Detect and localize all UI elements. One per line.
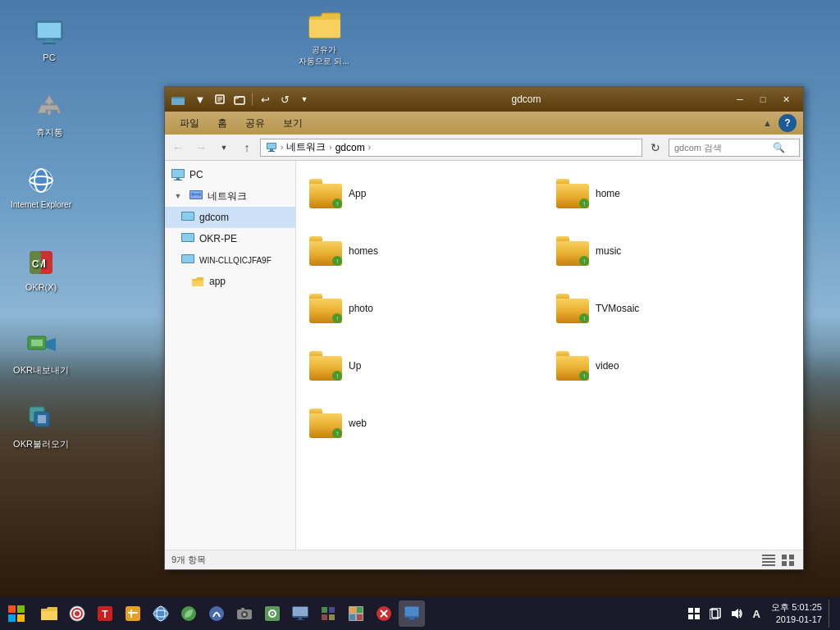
shared-label: 공유가 자동으로 되...: [299, 44, 349, 67]
forward-button[interactable]: →: [191, 138, 211, 158]
file-item-music[interactable]: ↑ music: [550, 225, 797, 277]
desktop-icon-ie[interactable]: Internet Explorer: [8, 164, 74, 209]
file-name-app: App: [349, 188, 366, 199]
view-large-icons-button[interactable]: [780, 553, 797, 568]
svg-rect-50: [782, 561, 787, 566]
ribbon-toggle[interactable]: ▲: [763, 118, 772, 128]
desktop-icon-recycle[interactable]: 휴지통: [16, 90, 82, 139]
menu-home[interactable]: 홈: [209, 113, 235, 134]
sidebar-okr-pe-label: OKR-PE: [199, 233, 237, 244]
desktop-icon-okr[interactable]: M C OKR(X): [8, 246, 74, 292]
maximize-button[interactable]: □: [752, 91, 774, 107]
taskbar-clock[interactable]: 오후 5:01:25 2019-01-17: [771, 601, 822, 627]
taskbar-network-active[interactable]: [399, 600, 425, 627]
taskbar-settings-icon: [264, 605, 281, 622]
svg-rect-27: [270, 149, 273, 151]
file-item-home[interactable]: ↑ home: [550, 167, 797, 220]
file-item-up[interactable]: ↑ Up: [303, 340, 550, 392]
taskbar-monitor-app[interactable]: [287, 600, 313, 627]
qt-btn-undo[interactable]: ↩: [256, 90, 274, 108]
taskbar-red-app[interactable]: T: [92, 600, 118, 627]
desktop-icon-okr-send[interactable]: OKR내보내기: [8, 328, 74, 377]
up-button[interactable]: ↑: [237, 138, 257, 158]
svg-rect-3: [43, 43, 56, 44]
address-path[interactable]: › 네트워크 › gdcom ›: [260, 139, 642, 157]
taskbar-green-app[interactable]: [176, 600, 202, 627]
view-details-button[interactable]: [760, 553, 777, 568]
minimize-button[interactable]: ─: [729, 91, 751, 107]
search-input[interactable]: [674, 143, 773, 153]
qt-btn-newfolder[interactable]: [231, 90, 249, 108]
close-button[interactable]: ✕: [775, 91, 797, 107]
taskbar-orange-icon: [125, 605, 141, 622]
help-button[interactable]: ?: [778, 114, 797, 132]
file-name-home: home: [596, 188, 620, 199]
tray-language-label: A: [753, 608, 760, 620]
taskbar-camera-app[interactable]: [231, 600, 258, 627]
tray-language-button[interactable]: A: [748, 600, 765, 627]
qt-btn-dropdown[interactable]: ▼: [295, 90, 313, 108]
svg-rect-28: [268, 151, 275, 152]
taskbar-red-icon: T: [97, 605, 113, 622]
tray-icons: A: [684, 600, 765, 627]
folder-icon-app: ↑: [309, 179, 342, 208]
sidebar-okr-pe-icon: [181, 232, 194, 245]
sidebar-item-app[interactable]: app: [165, 271, 295, 292]
status-bar: 9개 항목: [165, 550, 803, 569]
file-item-tvmosaic[interactable]: ↑ TVMosaic: [550, 282, 797, 335]
menu-view[interactable]: 보기: [275, 113, 311, 134]
svg-rect-2: [46, 39, 52, 43]
svg-text:T: T: [102, 609, 108, 620]
sidebar-item-pc[interactable]: PC: [165, 164, 295, 185]
taskbar-file-explorer[interactable]: [36, 600, 62, 627]
show-desktop-button[interactable]: [829, 600, 833, 628]
file-item-web[interactable]: ↑ web: [303, 397, 550, 450]
qt-btn-1[interactable]: ▼: [191, 90, 209, 108]
taskbar-close-app[interactable]: [371, 600, 397, 627]
sidebar-item-network[interactable]: ▼ 네트워크: [165, 185, 295, 207]
sidebar-app-icon: [191, 275, 204, 288]
svg-point-35: [191, 193, 194, 196]
taskbar-globe-app[interactable]: [148, 600, 174, 627]
recent-locations-button[interactable]: ▼: [214, 138, 234, 158]
title-controls: ─ □ ✕: [729, 91, 797, 107]
tray-windows-button[interactable]: [684, 600, 704, 627]
file-item-app[interactable]: ↑ App: [303, 167, 550, 220]
file-item-video[interactable]: ↑ video: [550, 340, 797, 392]
taskbar-orange-app[interactable]: [120, 600, 146, 627]
taskbar-items: T: [33, 597, 678, 630]
tray-squares-icon: [688, 608, 700, 619]
taskbar-blue-app[interactable]: [203, 600, 230, 627]
file-item-photo[interactable]: ↑ photo: [303, 282, 550, 335]
desktop-icon-shared[interactable]: 공유가 자동으로 되...: [291, 8, 357, 67]
qt-btn-redo[interactable]: ↺: [276, 90, 294, 108]
start-button[interactable]: [0, 597, 33, 630]
desktop-icon-pc[interactable]: PC: [16, 16, 82, 62]
sidebar-app-label: app: [209, 276, 226, 287]
desktop-icon-okr-recv[interactable]: OKR불러오기: [8, 402, 74, 450]
menu-share[interactable]: 공유: [237, 113, 273, 134]
sidebar-item-win[interactable]: WIN-CLLQICJFA9F: [165, 249, 295, 271]
address-bar: ← → ▼ ↑ › 네트워크 › gdcom › ↻: [165, 135, 803, 161]
folder-icon-web: ↑: [309, 409, 342, 438]
taskbar-target-app[interactable]: [64, 600, 90, 627]
svg-point-72: [243, 613, 246, 616]
taskbar-folder-icon: [41, 606, 57, 621]
folder-icon-up: ↑: [309, 351, 342, 381]
qt-btn-properties[interactable]: [211, 90, 229, 108]
svg-rect-46: [762, 561, 775, 563]
net-arrow-up: ↑: [332, 371, 342, 381]
taskbar-settings-app[interactable]: [259, 600, 285, 627]
file-item-homes[interactable]: ↑ homes: [303, 225, 550, 277]
refresh-button[interactable]: ↻: [646, 138, 665, 158]
menu-file[interactable]: 파일: [171, 113, 208, 134]
tray-copy-button[interactable]: [705, 600, 725, 627]
tray-volume-button[interactable]: [727, 600, 746, 627]
sidebar-item-gdcom[interactable]: gdcom: [165, 207, 295, 228]
sidebar-item-okr-pe[interactable]: OKR-PE: [165, 228, 295, 249]
svg-rect-45: [762, 558, 775, 559]
back-button[interactable]: ←: [168, 138, 188, 158]
taskbar-photo-icon: [348, 605, 364, 622]
taskbar-grid-app[interactable]: [315, 600, 341, 627]
taskbar-photo-app[interactable]: [343, 600, 369, 627]
